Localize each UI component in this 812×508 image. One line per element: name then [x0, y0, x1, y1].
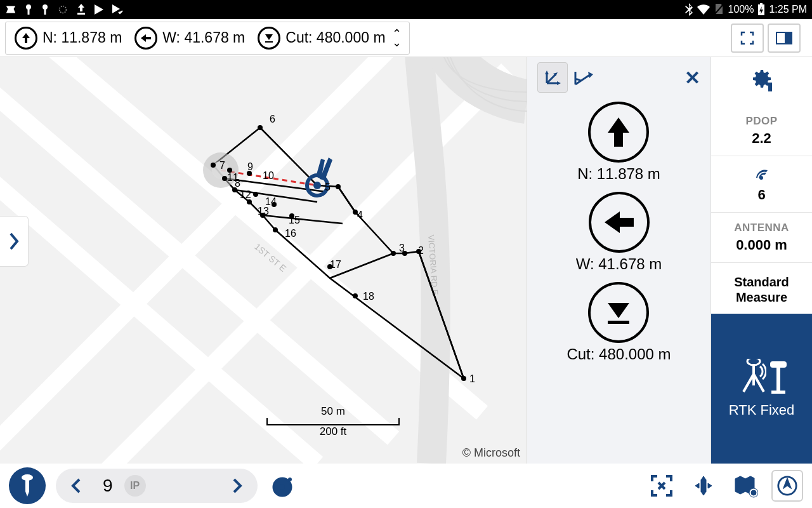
svg-rect-73: [770, 361, 787, 368]
svg-point-79: [280, 485, 285, 490]
svg-text:10: 10: [263, 170, 274, 181]
android-status-bar: 100% 1:25 PM: [0, 0, 812, 19]
map-layers-button[interactable]: [730, 470, 761, 502]
svg-point-31: [258, 125, 263, 130]
arrow-up-icon: [15, 27, 37, 50]
settings-button[interactable]: [749, 57, 775, 106]
antenna-section[interactable]: ANTENNA 0.000 m: [711, 213, 812, 263]
svg-text:16: 16: [285, 228, 296, 239]
prev-point-button[interactable]: [60, 470, 91, 502]
battery-charging-icon: [757, 3, 765, 16]
clock: 1:25 PM: [769, 4, 807, 15]
delta-west: W: 41.678 m: [128, 27, 251, 50]
point-stepper: 9 IP: [56, 469, 258, 503]
satellite-icon: [752, 165, 771, 182]
svg-point-50: [336, 184, 341, 189]
close-panel-icon[interactable]: ✕: [684, 67, 700, 89]
svg-line-22: [263, 215, 343, 224]
status-left-icons: [5, 4, 123, 15]
svg-point-38: [247, 199, 252, 204]
nav-cut-button[interactable]: [588, 282, 649, 343]
point-id[interactable]: 9: [91, 476, 124, 496]
wifi-icon: [697, 4, 710, 15]
svg-rect-75: [771, 391, 785, 394]
map-attribution: © Microsoft: [462, 446, 520, 460]
svg-point-76: [22, 474, 33, 481]
measure-mode-section[interactable]: StandardMeasure: [711, 263, 812, 314]
nav-west: W: 41.678 m: [576, 192, 662, 273]
svg-rect-69: [608, 321, 629, 324]
svg-text:4: 4: [357, 210, 363, 220]
svg-text:18: 18: [363, 291, 374, 302]
svg-point-80: [288, 478, 292, 481]
cut-down-icon: [258, 27, 280, 50]
svg-point-4: [60, 6, 67, 13]
svg-point-45: [461, 376, 466, 381]
svg-point-32: [211, 163, 216, 168]
svg-rect-74: [776, 368, 780, 392]
svg-text:17: 17: [330, 259, 341, 270]
map-canvas[interactable]: 1ST ST E VICTORIA RD E: [0, 57, 527, 464]
rtk-status-button[interactable]: RTK Fixed: [711, 314, 812, 464]
svg-rect-1: [28, 9, 30, 15]
svg-text:11: 11: [227, 172, 239, 183]
svg-rect-81: [701, 480, 706, 491]
map-scale-bar: 50 m 200 ft: [266, 405, 400, 438]
next-point-button[interactable]: [222, 470, 254, 502]
split-view-button[interactable]: [768, 23, 801, 53]
delta-cut: Cut: 480.000 m: [251, 27, 391, 50]
arrow-left-icon: [134, 27, 157, 50]
center-on-point-button[interactable]: [688, 470, 719, 502]
svg-line-25: [419, 251, 464, 378]
svg-text:6: 6: [270, 114, 275, 124]
svg-text:2: 2: [418, 245, 424, 256]
bluetooth-icon: [684, 3, 693, 16]
rtk-icon: [735, 359, 789, 394]
svg-text:3: 3: [399, 243, 405, 253]
svg-rect-3: [44, 9, 46, 15]
navigation-panel: ✕ N: 11.878 m W: 41.678 m Cut: 480.000 m: [527, 57, 710, 464]
svg-rect-9: [265, 41, 273, 43]
no-sim-icon: [714, 4, 724, 15]
stake-mode-button[interactable]: [9, 467, 46, 504]
status-right-icons: 100% 1:25 PM: [684, 3, 807, 16]
svg-rect-8: [760, 3, 763, 4]
nav-north-button[interactable]: [588, 102, 649, 163]
fullscreen-button[interactable]: [731, 23, 764, 53]
play-check-icon: [112, 4, 123, 15]
svg-text:7: 7: [219, 160, 225, 171]
satellites-section[interactable]: 6: [711, 156, 812, 213]
zoom-extents-button[interactable]: [646, 470, 678, 502]
svg-text:5: 5: [325, 182, 331, 192]
svg-text:15: 15: [289, 215, 300, 225]
key-icon: [24, 4, 33, 15]
bottom-toolbar: 9 IP: [0, 464, 812, 508]
svg-point-0: [26, 4, 31, 10]
svg-text:9: 9: [247, 161, 253, 172]
svg-point-2: [43, 4, 48, 10]
delta-bar: N: 11.878 m W: 41.678 m Cut: 480.000 m ⌃…: [0, 19, 812, 57]
deltas-reorder[interactable]: ⌃⌄: [392, 29, 402, 47]
nav-mode-bearing[interactable]: [568, 62, 598, 93]
expand-panel-tab[interactable]: [0, 216, 29, 267]
svg-line-23: [338, 187, 355, 212]
svg-rect-11: [785, 32, 792, 44]
delta-values[interactable]: N: 11.878 m W: 41.678 m Cut: 480.000 m ⌃…: [5, 22, 410, 55]
nav-west-button[interactable]: [589, 192, 650, 253]
svg-point-42: [273, 227, 278, 232]
svg-rect-5: [77, 13, 85, 15]
svg-point-37: [253, 192, 258, 197]
orient-north-button[interactable]: [771, 470, 803, 502]
nav-mode-orthogonal[interactable]: [537, 62, 568, 93]
nav-north: N: 11.878 m: [577, 102, 660, 183]
target-point-button[interactable]: [268, 470, 299, 502]
play-icon: [94, 4, 104, 15]
svg-rect-77: [25, 480, 29, 491]
delta-north: N: 11.878 m: [8, 27, 128, 50]
svg-point-48: [391, 251, 396, 256]
svg-rect-70: [768, 83, 772, 91]
app-icon: [5, 4, 16, 15]
svg-point-71: [759, 176, 763, 180]
point-code-badge: IP: [124, 475, 146, 497]
pdop-section[interactable]: PDOP 2.2: [711, 106, 812, 156]
